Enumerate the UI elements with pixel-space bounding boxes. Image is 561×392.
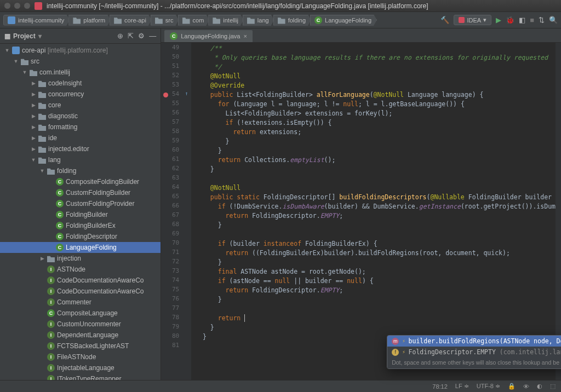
tree-node[interactable]: IFCTSBackedLighterAST [0,341,161,351]
tree-node[interactable]: ▶codeInsight [0,78,161,89]
coverage-button[interactable]: ◧ [519,16,525,24]
code-line[interactable] [195,230,556,239]
code-line[interactable]: return ((FoldingBuilderEx)builder).build… [195,249,556,258]
line-number[interactable]: 80 [161,332,191,342]
tree-node[interactable]: ▼src [0,56,161,67]
background-tasks-icon[interactable]: ⬚ [550,383,556,390]
close-tab-icon[interactable]: × [243,33,247,39]
tree-node[interactable]: CCompositeFoldingBuilder [0,176,161,187]
code-line[interactable]: final ASTNode astNode = root.getNode(); [195,267,556,276]
code-line[interactable]: } [195,323,556,332]
traffic-lights[interactable] [4,3,30,9]
tree-node[interactable]: ICodeDocumentationAwareCo [0,275,161,286]
project-tree[interactable]: ▼core-api [intellij.platform.core]▼src▼c… [0,44,161,380]
tree-node[interactable]: ICustomUncommenter [0,319,161,330]
breadcrumb-item[interactable]: src [151,15,179,26]
code-line[interactable]: if (builder instanceof FoldingBuilderEx)… [195,239,556,249]
tree-node[interactable]: CFoldingDescriptor [0,231,161,242]
completion-item[interactable]: f⚡FoldingDescriptor.EMPTY (com.intellij.… [387,347,561,358]
line-number[interactable]: 53 [161,81,191,90]
breadcrumb-item[interactable]: intellij [208,15,244,26]
zoom-window-icon[interactable] [24,3,30,9]
line-number[interactable]: 65 [161,193,191,202]
minimize-window-icon[interactable] [14,3,20,9]
line-number[interactable]: 60 [161,146,191,155]
code-line[interactable]: public List<FoldingBuilder> allForLangua… [195,90,556,100]
breadcrumb-item[interactable]: intellij-community [3,15,70,26]
tree-arrow-icon[interactable]: ▶ [39,256,45,261]
memory-indicator[interactable]: ◐ [537,383,542,390]
breadcrumb-item[interactable]: folding [273,15,311,26]
run-config-selector[interactable]: IDEA ▾ [454,15,491,25]
code-line[interactable]: return FoldingDescriptor.EMPTY; [195,286,556,295]
tree-arrow-icon[interactable]: ▼ [31,157,36,163]
line-number[interactable]: 52 [161,72,191,81]
tree-node[interactable]: CFoldingBuilder [0,209,161,220]
line-number[interactable]: 71 [161,249,191,258]
tree-node[interactable]: IDependentLanguage [0,330,161,341]
scroll-from-source-icon[interactable]: ⊕ [117,32,123,40]
code-line[interactable]: List<FoldingBuilder> extensions = forKey… [195,109,556,118]
error-stripe[interactable] [556,43,561,380]
line-number[interactable]: 75 [161,286,191,295]
line-number[interactable]: 78 [161,314,191,323]
editor-tabs[interactable]: C LanguageFolding.java × [161,28,561,43]
tree-arrow-icon[interactable]: ▼ [39,168,45,174]
breadcrumb[interactable]: intellij-communityplatformcore-apisrccom… [3,15,376,26]
completion-item[interactable]: m⚡builder.buildFoldRegions(ASTNode node,… [387,336,561,347]
code-line[interactable]: @NotNull [195,72,556,81]
code-completion-popup[interactable]: m⚡builder.buildFoldRegions(ASTNode node,… [387,335,561,369]
tree-node[interactable]: CCompositeLanguage [0,308,161,319]
line-number[interactable]: 62 [161,165,191,174]
code-line[interactable]: } [195,221,556,230]
chevron-down-icon[interactable]: ▾ [38,32,42,40]
code-line[interactable]: } [195,295,556,304]
collapse-all-icon[interactable]: ⇱ [128,32,134,40]
line-number[interactable]: 61 [161,155,191,165]
tree-arrow-icon[interactable]: ▼ [4,48,10,53]
tree-node[interactable]: ▼lang [0,154,161,165]
tree-node[interactable]: ▶injected.editor [0,143,161,154]
code-line[interactable]: return Collections.emptyList(); [195,155,556,165]
code-line[interactable]: } [195,137,556,146]
tree-node[interactable]: ▶core [0,100,161,111]
line-number[interactable]: 63 [161,174,191,183]
tree-arrow-icon[interactable]: ▶ [31,124,36,130]
build-icon[interactable]: 🔨 [440,16,449,24]
breadcrumb-item[interactable]: platform [68,15,111,26]
code-line[interactable]: /** [195,44,556,53]
caret-position[interactable]: 78:12 [432,383,448,390]
code-editor[interactable]: /** * Only queries base language results… [192,43,556,380]
code-line[interactable] [195,304,556,314]
lock-icon[interactable]: 🔒 [508,383,516,390]
tree-node[interactable]: ICommenter [0,297,161,308]
tree-arrow-icon[interactable]: ▼ [22,70,27,75]
stop-button[interactable]: ■ [530,16,534,24]
tree-arrow-icon[interactable]: ▶ [31,135,36,141]
line-number[interactable]: 72 [161,258,191,267]
line-number[interactable]: 70 [161,239,191,249]
tree-node[interactable]: ▶diagnostic [0,111,161,122]
code-line[interactable]: return FoldingDescriptor.EMPTY; [195,211,556,221]
hide-panel-icon[interactable]: — [149,32,156,40]
line-number[interactable]: 69 [161,230,191,239]
line-number[interactable]: 51 [161,62,191,72]
file-encoding[interactable]: UTF-8 ≑ [477,383,500,390]
editor-gutter[interactable]: 4950515253545556575859606162636465666768… [161,43,192,380]
code-line[interactable]: if (!DumbService.isDumbAware(builder) &&… [195,202,556,211]
debug-button[interactable]: 🐞 [506,16,514,24]
tree-node[interactable]: ▼folding [0,165,161,176]
line-number[interactable]: 57 [161,118,191,128]
breadcrumb-item[interactable]: CLanguageFolding [310,15,377,26]
line-number[interactable]: 56 [161,109,191,118]
line-number[interactable]: 66 [161,202,191,211]
code-line[interactable]: return extensions; [195,128,556,137]
code-line[interactable]: for (Language l = language; l != null; l… [195,100,556,109]
run-button[interactable]: ▶ [496,16,501,24]
tree-node[interactable]: CCustomFoldingProvider [0,198,161,209]
line-number[interactable]: 54 [161,90,191,100]
tree-node[interactable]: ICodeDocumentationAwareCo [0,286,161,297]
line-number[interactable]: 58 [161,128,191,137]
editor-tab[interactable]: C LanguageFolding.java × [164,30,253,42]
tree-arrow-icon[interactable]: ▶ [31,80,36,86]
